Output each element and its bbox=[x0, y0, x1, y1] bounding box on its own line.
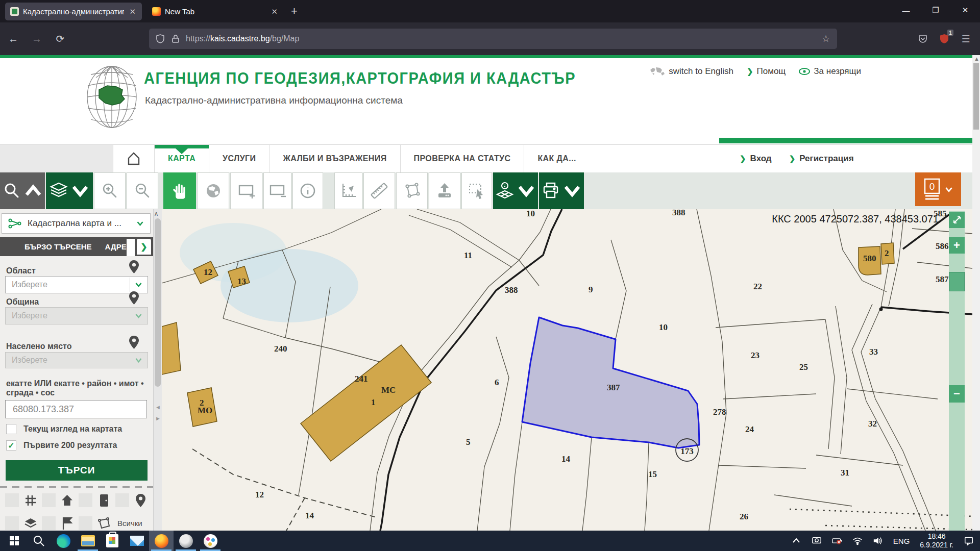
taskbar-paint[interactable] bbox=[198, 531, 223, 551]
cast-display-icon[interactable] bbox=[812, 536, 822, 546]
nav-proverka[interactable]: ПРОВЕРКА НА СТАТУС bbox=[401, 145, 525, 172]
polygon-icon[interactable] bbox=[97, 516, 111, 530]
close-button[interactable]: ✕ bbox=[950, 0, 980, 20]
zoom-slider-handle[interactable] bbox=[949, 272, 965, 291]
language-switch-link[interactable]: switch to English bbox=[650, 66, 733, 77]
cadastral-basemap[interactable]: 173 10388113889101213240241МС1652МО38727… bbox=[162, 209, 972, 531]
register-link[interactable]: ❯ Регистрация bbox=[789, 154, 854, 164]
map-pin-icon[interactable] bbox=[129, 336, 139, 349]
browser-tab-newtab[interactable]: New Tab ✕ bbox=[147, 3, 284, 20]
collapse-right-arrow[interactable]: ► bbox=[155, 415, 161, 421]
placeholder-swatch[interactable] bbox=[5, 493, 19, 507]
scrollbar-thumb[interactable] bbox=[973, 63, 979, 130]
nav-uslugi[interactable]: УСЛУГИ bbox=[209, 145, 270, 172]
all-results-link[interactable]: Всички bbox=[117, 519, 142, 528]
map-pin-icon[interactable] bbox=[134, 493, 148, 507]
map-pin-icon[interactable] bbox=[129, 260, 139, 273]
notification-center-icon[interactable] bbox=[964, 536, 974, 546]
measure-tool-button[interactable] bbox=[363, 172, 395, 209]
zoom-rect-out-tool-button[interactable] bbox=[263, 172, 291, 209]
print-tool-button[interactable] bbox=[539, 172, 584, 209]
nav-zhalbi[interactable]: ЖАЛБИ И ВЪЗРАЖЕНИЯ bbox=[270, 145, 400, 172]
browser-scrollbar[interactable]: ▲ bbox=[972, 55, 980, 531]
placeholder-swatch[interactable] bbox=[79, 516, 92, 530]
zoom-out-button[interactable]: − bbox=[949, 385, 965, 403]
taskbar-mail[interactable] bbox=[125, 531, 149, 551]
cart-button[interactable]: 0 bbox=[915, 172, 961, 206]
globe-tool-button[interactable] bbox=[197, 172, 229, 209]
hidden-icons-chevron[interactable] bbox=[791, 536, 801, 546]
placeholder-swatch[interactable] bbox=[42, 516, 56, 530]
url-text[interactable]: https://kais.cadastre.bg/bg/Map bbox=[186, 34, 816, 43]
search-submit-button[interactable]: ТЪРСИ bbox=[6, 460, 148, 481]
language-indicator[interactable]: ENG bbox=[893, 537, 910, 545]
checkbox-unchecked[interactable] bbox=[6, 424, 16, 434]
zoom-in-button[interactable]: + bbox=[949, 237, 965, 254]
pocket-icon[interactable] bbox=[918, 34, 928, 44]
area-measure-tool-button[interactable] bbox=[396, 172, 428, 209]
nav-kak-da[interactable]: КАК ДА... bbox=[524, 145, 590, 172]
tab-quick-search[interactable]: БЪРЗО ТЪРСЕНЕ bbox=[24, 242, 92, 251]
scroll-up-arrow[interactable]: ᴧ bbox=[155, 210, 158, 217]
scroll-up-arrow[interactable]: ▲ bbox=[974, 56, 979, 62]
layers-tool-button[interactable] bbox=[46, 172, 93, 209]
taskbar-edge[interactable] bbox=[51, 531, 76, 551]
browser-tab-active[interactable]: Кадастрално-административн ✕ bbox=[5, 3, 142, 20]
ublock-extension-icon[interactable]: 1 bbox=[939, 34, 949, 44]
battery-error-icon[interactable] bbox=[832, 536, 842, 546]
zoom-out-tool-button[interactable] bbox=[127, 172, 158, 209]
map-pin-icon[interactable] bbox=[129, 291, 139, 305]
select-tool-button[interactable] bbox=[461, 172, 492, 209]
layer-panel-header[interactable]: Кадастрална карта и ... bbox=[2, 213, 151, 234]
url-bar[interactable]: https://kais.cadastre.bg/bg/Map ☆ bbox=[149, 29, 837, 49]
shield-icon[interactable] bbox=[155, 34, 165, 44]
zoom-slider-strip[interactable]: + − bbox=[949, 211, 965, 531]
map-viewport[interactable]: 173 10388113889101213240241МС1652МО38727… bbox=[162, 209, 972, 531]
start-button[interactable] bbox=[2, 531, 27, 551]
zoom-in-tool-button[interactable] bbox=[94, 172, 126, 209]
home-icon[interactable] bbox=[60, 493, 74, 507]
nav-karta[interactable]: КАРТА bbox=[155, 145, 209, 172]
help-link[interactable]: ❯ Помощ bbox=[747, 66, 786, 77]
first200-checkbox-row[interactable]: ✓ Първите 200 резултата bbox=[6, 440, 117, 450]
taskbar-google-earth[interactable] bbox=[174, 531, 198, 551]
wifi-icon[interactable] bbox=[852, 536, 863, 546]
minimize-button[interactable]: — bbox=[891, 0, 921, 20]
sidebar-scrollbar[interactable]: ᴧ ◄ ► bbox=[153, 209, 162, 531]
login-link[interactable]: ❯ Вход bbox=[740, 154, 772, 164]
current-view-checkbox-row[interactable]: Текущ изглед на картата bbox=[6, 424, 122, 434]
flag-icon[interactable] bbox=[60, 516, 74, 530]
info-tool-button[interactable] bbox=[292, 172, 323, 209]
fullscreen-button[interactable] bbox=[949, 212, 965, 228]
info-layers-tool-button[interactable] bbox=[493, 172, 538, 209]
checkbox-checked[interactable]: ✓ bbox=[6, 440, 16, 450]
search-tool-button[interactable] bbox=[0, 172, 45, 209]
forward-button[interactable]: → bbox=[27, 30, 47, 48]
nav-home[interactable] bbox=[113, 145, 155, 172]
taskbar-store[interactable] bbox=[100, 531, 125, 551]
placeholder-swatch[interactable] bbox=[42, 493, 56, 507]
new-tab-button[interactable]: + bbox=[291, 5, 298, 18]
upload-tool-button[interactable] bbox=[429, 172, 460, 209]
taskbar-clock[interactable]: 18:46 6.9.2021 г. bbox=[920, 532, 953, 549]
taskbar-search-button[interactable] bbox=[27, 531, 51, 551]
scale-tool-button[interactable] bbox=[334, 172, 362, 209]
zoom-rect-in-tool-button[interactable] bbox=[230, 172, 262, 209]
restore-button[interactable]: ❐ bbox=[921, 0, 950, 20]
ekatte-input[interactable] bbox=[5, 400, 147, 418]
region-select[interactable]: Изберете bbox=[5, 276, 148, 293]
placeholder-swatch[interactable] bbox=[115, 493, 129, 507]
tab-close-icon[interactable]: ✕ bbox=[270, 7, 279, 16]
door-icon[interactable] bbox=[97, 493, 111, 507]
reload-button[interactable]: ⟳ bbox=[50, 30, 70, 48]
collapse-left-arrow[interactable]: ◄ bbox=[155, 404, 161, 410]
pan-tool-button[interactable] bbox=[163, 172, 196, 209]
hamburger-menu-icon[interactable]: ☰ bbox=[961, 34, 971, 44]
taskbar-explorer[interactable] bbox=[76, 531, 100, 551]
grid-icon[interactable] bbox=[23, 493, 37, 507]
bookmark-star-icon[interactable]: ☆ bbox=[821, 34, 831, 44]
placeholder-swatch[interactable] bbox=[5, 516, 19, 530]
taskbar-firefox[interactable] bbox=[149, 531, 174, 551]
speaker-icon[interactable] bbox=[873, 536, 883, 546]
tab-close-icon[interactable]: ✕ bbox=[128, 7, 137, 16]
